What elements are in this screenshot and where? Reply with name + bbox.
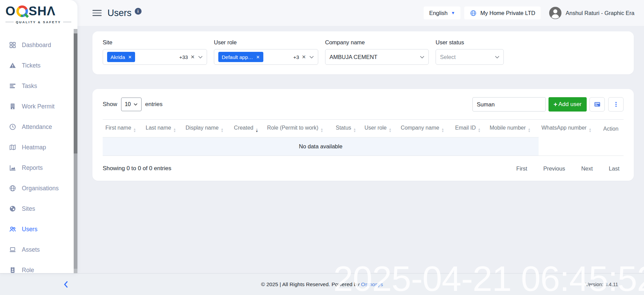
sort-icon: ▲▼ <box>528 128 530 133</box>
sidebar-item-label: Tasks <box>22 83 37 90</box>
sidebar-nav: DashboardTicketsTasksWork PermitAttendan… <box>0 26 77 280</box>
scroll-up-button[interactable] <box>74 29 77 33</box>
sidebar-item-sites[interactable]: Sites <box>9 198 77 219</box>
column-header-whatsapp-number[interactable]: WhatsApp number▲▼ <box>539 120 600 137</box>
sort-icon: ▲▼ <box>478 128 481 133</box>
column-header-user-role[interactable]: User role▲▼ <box>362 120 398 137</box>
user-role-chip: Default app… ✕ <box>218 52 263 62</box>
user-status-placeholder: Select <box>440 54 456 60</box>
card-view-icon <box>594 101 601 108</box>
sort-icon: ▲▼ <box>133 128 136 133</box>
card-view-button[interactable] <box>589 97 605 112</box>
column-header-role-permit-to-work[interactable]: Role (Permit to work)▲▼ <box>264 120 333 137</box>
logo[interactable]: O SHΛ QUALITY & SAFETY <box>0 0 77 26</box>
pagination-previous[interactable]: Previous <box>543 165 565 172</box>
hamburger-menu-icon[interactable] <box>92 10 102 16</box>
column-header-display-name[interactable]: Display name▲▼ <box>183 120 231 137</box>
table-footer: Showing 0 to 0 of 0 entries FirstPreviou… <box>103 165 624 172</box>
chevron-down-icon <box>309 56 314 59</box>
caret-down-icon: ▼ <box>451 11 455 15</box>
main-area: Users i English ▼ My Home Private LTD <box>77 0 644 273</box>
chevron-left-icon <box>63 281 68 288</box>
sidebar-item-attendance[interactable]: Attendance <box>9 117 77 137</box>
column-header-email-id[interactable]: Email ID▲▼ <box>452 120 487 137</box>
empty-row: No data available <box>103 137 624 156</box>
user-role-more-count: +3 <box>293 54 299 60</box>
sidebar-item-label: Organisations <box>22 185 59 192</box>
logo-wordmark: O SHΛ <box>5 4 71 18</box>
column-header-last-name[interactable]: Last name▲▼ <box>143 120 183 137</box>
sidebar-item-assets[interactable]: Assets <box>9 239 77 260</box>
entries-summary: Showing 0 to 0 of 0 entries <box>103 165 171 172</box>
pagination-first[interactable]: First <box>516 165 527 172</box>
tasks-icon <box>9 82 16 90</box>
sort-icon: ▲▼ <box>320 128 323 133</box>
work-permit-icon <box>9 103 16 110</box>
sidebar-item-tickets[interactable]: Tickets <box>9 55 77 76</box>
sidebar-item-tasks[interactable]: Tasks <box>9 76 77 96</box>
more-options-button[interactable] <box>608 97 624 112</box>
scrollbar-thumb[interactable] <box>74 33 77 153</box>
column-header-status[interactable]: Status▲▼ <box>333 120 362 137</box>
company-name-select[interactable]: AMBUJA CEMENT <box>325 49 429 65</box>
sidebar-item-organisations[interactable]: Organisations <box>9 178 77 198</box>
version-label: Version: 3.4.11 <box>585 282 618 287</box>
pagination-next[interactable]: Next <box>581 165 593 172</box>
site-label: Site <box>103 39 207 46</box>
sidebar-item-dashboard[interactable]: Dashboard <box>9 35 77 55</box>
table-controls: Show 10 entries + Add user <box>103 97 624 112</box>
pagination: FirstPreviousNextLast <box>516 165 624 172</box>
search-input[interactable] <box>472 97 546 112</box>
company-switcher-button[interactable]: My Home Private LTD <box>464 6 541 19</box>
sidebar-item-reports[interactable]: Reports <box>9 158 77 178</box>
sidebar-item-heatmap[interactable]: Heatmap <box>9 137 77 158</box>
column-header-created[interactable]: Created▲▼ <box>231 120 264 137</box>
column-header-company-name[interactable]: Company name▲▼ <box>398 120 453 137</box>
logo-q-ring <box>16 5 28 17</box>
sidebar-item-role[interactable]: Role <box>9 260 77 280</box>
user-role-clear-icon[interactable]: ✕ <box>302 54 306 60</box>
add-user-button[interactable]: + Add user <box>548 97 587 112</box>
column-header-first-name[interactable]: First name▲▼ <box>103 120 143 137</box>
site-multiselect[interactable]: Akrida ✕ +33 ✕ <box>103 49 207 65</box>
sidebar-item-label: Work Permit <box>22 103 55 110</box>
sidebar-item-label: Role <box>22 267 34 274</box>
content: Site Akrida ✕ +33 ✕ User role <box>77 26 644 273</box>
user-status-select[interactable]: Select <box>436 49 504 65</box>
avatar-icon <box>549 6 562 19</box>
sort-icon: ▲▼ <box>441 128 444 133</box>
users-icon <box>9 225 16 233</box>
sidebar-scrollbar[interactable] <box>74 29 77 273</box>
company-name-value: AMBUJA CEMENT <box>330 54 377 60</box>
role-icon <box>9 266 16 274</box>
sort-icon: ▲▼ <box>389 128 391 133</box>
user-role-label: User role <box>214 39 318 46</box>
column-header-mobile-number[interactable]: Mobile number▲▼ <box>487 120 539 137</box>
assets-icon <box>9 246 16 253</box>
language-dropdown[interactable]: English ▼ <box>424 6 460 19</box>
chevron-down-icon <box>495 56 499 59</box>
sidebar-item-label: Dashboard <box>22 42 51 49</box>
user-menu[interactable]: Anshul Raturi - Graphic Era <box>549 6 634 19</box>
sort-icon: ▲▼ <box>173 128 176 133</box>
column-header-action: Action <box>601 120 624 137</box>
page-size-select[interactable]: 10 <box>121 98 142 111</box>
entries-label: entries <box>145 101 163 108</box>
info-icon[interactable]: i <box>135 8 142 15</box>
filter-card: Site Akrida ✕ +33 ✕ User role <box>92 31 634 74</box>
site-clear-icon[interactable]: ✕ <box>191 54 195 60</box>
chip-remove-icon[interactable]: ✕ <box>256 55 260 60</box>
sidebar-item-users[interactable]: Users <box>9 219 77 239</box>
user-role-multiselect[interactable]: Default app… ✕ +3 ✕ <box>214 49 318 65</box>
sidebar-collapse-button[interactable] <box>63 281 68 288</box>
scroll-down-button[interactable] <box>74 269 77 273</box>
sidebar-item-label: Tickets <box>22 62 41 69</box>
no-data-message: No data available <box>103 137 539 156</box>
sidebar-item-work-permit[interactable]: Work Permit <box>9 96 77 117</box>
pagination-last[interactable]: Last <box>609 165 619 172</box>
powered-by-link[interactable]: Osmosys <box>361 281 383 287</box>
chip-remove-icon[interactable]: ✕ <box>128 55 132 60</box>
heatmap-icon <box>9 144 16 151</box>
footer: © 2025 | All Rights Reserved. Powered by… <box>0 273 644 295</box>
company-name-label: Company name <box>325 39 429 46</box>
